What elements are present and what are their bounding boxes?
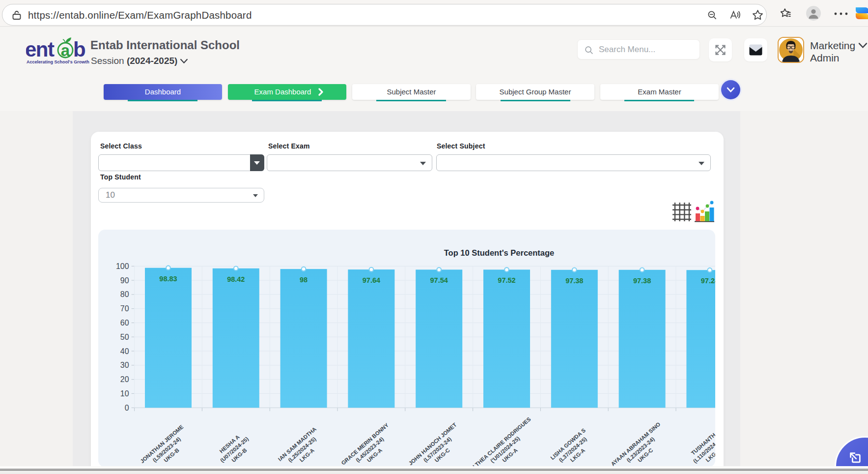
svg-text:AYAAN ABRAHAM SINO: AYAAN ABRAHAM SINO: [610, 421, 661, 467]
svg-text:70: 70: [120, 304, 129, 313]
svg-text:100: 100: [116, 262, 129, 270]
svg-text:60: 60: [120, 319, 129, 327]
svg-text:GRACE MERIN BONNY: GRACE MERIN BONNY: [340, 422, 390, 466]
svg-text:JONATHAN JEROME: JONATHAN JEROME: [139, 423, 185, 464]
svg-text:40: 40: [120, 347, 129, 356]
svg-text:97.64: 97.64: [363, 276, 380, 284]
svg-text:a: a: [61, 41, 70, 59]
svg-text:80: 80: [120, 290, 129, 298]
svg-text:0: 0: [125, 404, 129, 412]
svg-text:97.38: 97.38: [633, 277, 651, 285]
svg-text:97.38: 97.38: [565, 277, 583, 285]
svg-text:97.24: 97.24: [701, 277, 715, 285]
svg-text:30: 30: [120, 361, 129, 369]
svg-text:97.52: 97.52: [498, 276, 515, 284]
svg-text:90: 90: [120, 276, 129, 285]
svg-text:Top 10 Student's Percentage: Top 10 Student's Percentage: [444, 248, 555, 257]
svg-text:ent: ent: [26, 38, 55, 61]
svg-text:97.54: 97.54: [430, 276, 448, 284]
svg-text:20: 20: [120, 375, 129, 384]
svg-text:JOHN HANOCH JOMET: JOHN HANOCH JOMET: [407, 421, 457, 466]
svg-text:50: 50: [120, 333, 129, 341]
svg-text:10: 10: [120, 389, 129, 398]
svg-text:98.83: 98.83: [159, 275, 177, 283]
svg-text:ALTHEA CLAIRE RODRIGUES: ALTHEA CLAIRE RODRIGUES: [469, 416, 532, 467]
svg-text:b: b: [73, 38, 86, 61]
svg-text:98.42: 98.42: [227, 275, 245, 283]
svg-text:98: 98: [300, 276, 308, 284]
svg-text:Accelerating School's Growth: Accelerating School's Growth: [27, 59, 89, 64]
